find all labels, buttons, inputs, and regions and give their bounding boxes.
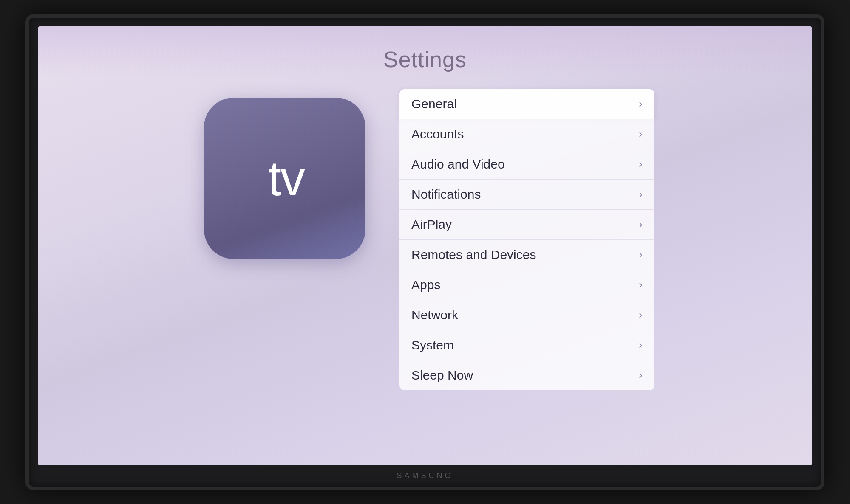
tv-label: tv [268,150,304,206]
tv-brand-label: SAMSUNG [397,471,453,480]
menu-item-label-audio-and-video: Audio and Video [411,157,505,172]
menu-item-apps[interactable]: Apps› [400,270,654,300]
settings-menu: General›Accounts›Audio and Video›Notific… [400,89,654,390]
menu-item-general[interactable]: General› [400,89,654,119]
logo-text: tv [265,150,304,206]
menu-item-notifications[interactable]: Notifications› [400,180,654,210]
menu-item-audio-and-video[interactable]: Audio and Video› [400,149,654,180]
menu-item-label-general: General [411,97,457,111]
chevron-icon-airplay: › [639,218,643,231]
chevron-icon-general: › [639,97,643,110]
menu-item-label-accounts: Accounts [411,127,464,141]
chevron-icon-sleep-now: › [639,369,643,382]
menu-item-label-apps: Apps [411,278,440,292]
page-title: Settings [383,47,467,72]
menu-item-label-network: Network [411,308,458,322]
tv-bezel: Settings tv General›Accounts›Audio and V… [26,14,824,490]
chevron-icon-apps: › [639,278,643,291]
menu-item-airplay[interactable]: AirPlay› [400,210,654,240]
chevron-icon-remotes-and-devices: › [639,248,643,261]
chevron-icon-audio-and-video: › [639,158,643,171]
menu-item-accounts[interactable]: Accounts› [400,119,654,149]
menu-item-label-remotes-and-devices: Remotes and Devices [411,248,536,262]
menu-item-label-airplay: AirPlay [411,217,452,232]
chevron-icon-accounts: › [639,127,643,141]
menu-item-label-notifications: Notifications [411,187,481,202]
menu-item-system[interactable]: System› [400,330,654,360]
menu-item-label-system: System [411,338,454,352]
menu-item-network[interactable]: Network› [400,300,654,330]
menu-item-sleep-now[interactable]: Sleep Now› [400,360,654,390]
logo-container: tv [196,89,374,267]
tv-bottom: SAMSUNG [397,465,453,487]
tv-screen: Settings tv General›Accounts›Audio and V… [38,26,812,465]
chevron-icon-system: › [639,338,643,352]
chevron-icon-network: › [639,308,643,321]
apple-tv-logo: tv [204,98,366,259]
screen-content: Settings tv General›Accounts›Audio and V… [38,26,812,465]
menu-item-remotes-and-devices[interactable]: Remotes and Devices› [400,240,654,270]
menu-item-label-sleep-now: Sleep Now [411,368,473,383]
main-layout: tv General›Accounts›Audio and Video›Noti… [38,89,812,390]
chevron-icon-notifications: › [639,188,643,201]
